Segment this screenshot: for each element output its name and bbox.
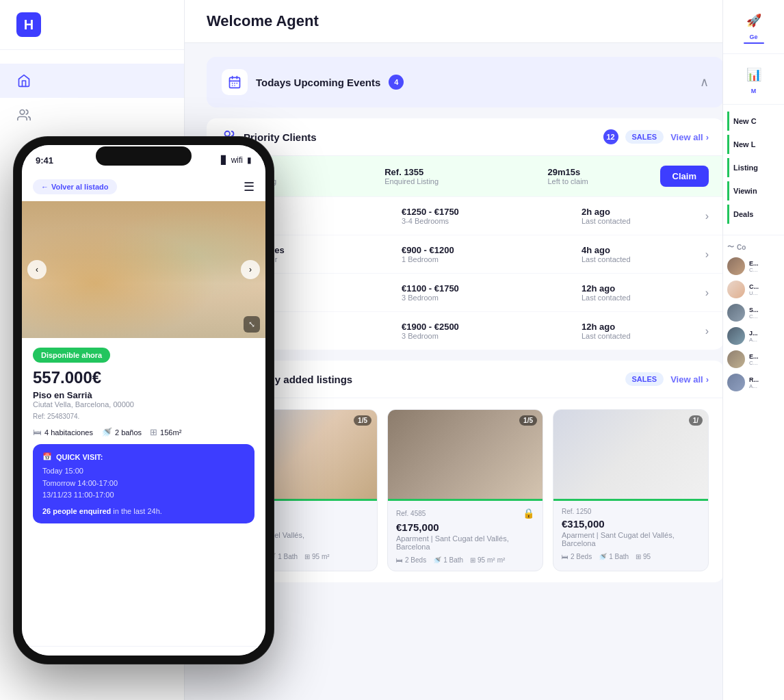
listing-image-counter: 1/ bbox=[689, 415, 703, 426]
menu-icon[interactable]: ☰ bbox=[244, 179, 254, 194]
rp-menu-item-new-l[interactable]: New L bbox=[727, 135, 780, 154]
home-icon bbox=[16, 73, 31, 88]
phone-top-bar: ← Volver al listado ☰ bbox=[22, 175, 265, 201]
descripcion-section: Descripción ∧ Lorem ipsum dolor sit amet… bbox=[22, 646, 265, 656]
sidebar-item-team[interactable] bbox=[0, 98, 184, 132]
contact-avatar bbox=[727, 327, 745, 345]
client-time: 2h ago bbox=[582, 207, 694, 217]
listing-image-counter: 1/5 bbox=[519, 415, 537, 426]
listings-section: Reently added listings SALES View all › … bbox=[207, 361, 724, 582]
listing-card[interactable]: 1/5 Ref. 4585 🔒 €175,000 Aparment | Sant… bbox=[387, 409, 543, 571]
rp-menu-item-deals[interactable]: Deals bbox=[727, 205, 780, 224]
contact-sub: A... bbox=[749, 383, 780, 389]
contact-row[interactable]: C... U... bbox=[727, 281, 780, 298]
bath-item: 🚿 1 Bath bbox=[599, 553, 629, 560]
contacts-title: 〜 Co bbox=[727, 242, 780, 252]
size-item: ⊞ 95 m² m² bbox=[470, 556, 505, 564]
listing-card[interactable]: 1/ Ref. 1250 €315,000 Aparment | Sant Cu… bbox=[553, 409, 709, 571]
beds-feature: 🛏 4 habitaciones bbox=[33, 427, 93, 437]
quick-visit-enquired: 26 people enquired in the last 24h. bbox=[42, 507, 245, 515]
quick-visit-card: 📅 QUICK VISIT: Today 15:00 Tomorrow 14:0… bbox=[33, 444, 254, 523]
signal-icon: ▊ bbox=[221, 155, 227, 165]
priority-clients-view-all-button[interactable]: View all › bbox=[670, 132, 709, 142]
listings-section-title: Reently added listings bbox=[244, 374, 618, 385]
phone-notch bbox=[96, 146, 192, 166]
client-row[interactable]: Bellotti claimed €1250 - €1750 3-4 Bedro… bbox=[207, 197, 724, 235]
rp-menu-item-viewing[interactable]: Viewin bbox=[727, 181, 780, 200]
sidebar-nav bbox=[0, 50, 184, 146]
contact-row[interactable]: E... C... bbox=[727, 257, 780, 275]
property-image: ‹ › ⤡ bbox=[22, 201, 265, 338]
calendar-small-icon: 📅 bbox=[42, 452, 52, 461]
client-ref-col: Ref. 1355 Enquired Listing bbox=[384, 167, 536, 185]
size-icon: ⊞ bbox=[636, 553, 641, 560]
contact-row[interactable]: J... A... bbox=[727, 327, 780, 345]
client-row[interactable]: Rodriguez t qualification €1900 - €2500 … bbox=[207, 312, 724, 350]
logo-icon: H bbox=[16, 12, 41, 37]
property-location: Ciutat Vella, Barcelona, 00000 bbox=[33, 400, 254, 409]
bath-item: 🚿 1 Bath bbox=[433, 556, 463, 564]
contact-row[interactable]: S... C... bbox=[727, 304, 780, 322]
size-icon: ⊞ bbox=[470, 556, 475, 564]
contact-avatar bbox=[727, 281, 745, 298]
client-row[interactable]: Peterson ry on your listing Ref. 1355 En… bbox=[207, 156, 724, 197]
row-arrow-icon: › bbox=[705, 287, 709, 299]
rp-menu-item-listing[interactable]: Listing bbox=[727, 158, 780, 177]
row-arrow-icon: › bbox=[705, 210, 709, 222]
client-row[interactable]: Grazia Dolores cted - no answer €900 - €… bbox=[207, 235, 724, 274]
priority-clients-title: Priority Clients bbox=[244, 131, 597, 143]
claim-button[interactable]: Claim bbox=[660, 166, 709, 187]
rp-tab-chart[interactable]: 📊 M bbox=[727, 64, 780, 94]
contact-info: E... C... bbox=[749, 260, 780, 273]
contact-row[interactable]: R... A... bbox=[727, 374, 780, 391]
client-price-sub: 1 Bedroom bbox=[402, 255, 571, 263]
rp-menu-item-new-c[interactable]: New C bbox=[727, 112, 780, 131]
listing-body: Ref. 1250 €315,000 Aparment | Sant Cugat… bbox=[553, 501, 708, 567]
contact-name: J... bbox=[749, 330, 780, 337]
back-label: Volver al listado bbox=[51, 183, 109, 191]
size-feature: ⊞ 156m² bbox=[150, 427, 181, 437]
contact-sub: C... bbox=[749, 313, 780, 320]
right-panel-top-tabs: 🚀 Ge bbox=[723, 0, 784, 54]
listings-grid: 1/5 00 € Sant Cugat del Vallés, a 🛏 2 Be… bbox=[207, 398, 724, 582]
contact-info: R... A... bbox=[749, 376, 780, 389]
property-ref: Ref: 25483074. bbox=[33, 413, 254, 420]
phone-frame: 9:41 ▊ wifi ▮ ← Volver al listado ☰ ‹ bbox=[14, 137, 274, 664]
listings-view-all-button[interactable]: View all › bbox=[670, 374, 709, 385]
priority-clients-header: Priority Clients 12 SALES View all › bbox=[207, 118, 724, 156]
listing-type: Aparment | Sant Cugat del Vallés, Barcel… bbox=[562, 531, 700, 547]
rp-tab-label: Ge bbox=[749, 34, 757, 40]
listing-ref: Ref. 4585 🔒 bbox=[396, 508, 534, 519]
client-time-col: 4h ago Last contacted bbox=[582, 245, 694, 263]
client-time-col: 29m15s Left to claim bbox=[547, 167, 649, 185]
sidebar-logo: H bbox=[0, 0, 184, 50]
client-price-col: €1900 - €2500 3 Bedroom bbox=[402, 322, 571, 340]
image-nav-left-button[interactable]: ‹ bbox=[27, 260, 47, 279]
listing-body: Ref. 4585 🔒 €175,000 Aparment | Sant Cug… bbox=[388, 501, 543, 571]
rp-tab-rocket[interactable]: 🚀 Ge bbox=[727, 10, 780, 44]
property-name: Piso en Sarrià bbox=[33, 390, 254, 400]
back-button[interactable]: ← Volver al listado bbox=[33, 179, 117, 194]
contact-name: C... bbox=[749, 283, 780, 290]
events-card-left: Todays Upcoming Events 4 bbox=[222, 69, 404, 95]
listings-header: Reently added listings SALES View all › bbox=[207, 361, 724, 398]
fullscreen-button[interactable]: ⤡ bbox=[244, 316, 260, 333]
contact-row[interactable]: E... C... bbox=[727, 350, 780, 368]
events-collapse-button[interactable]: ∧ bbox=[700, 75, 709, 90]
contact-name: E... bbox=[749, 353, 780, 360]
property-price: 557.000€ bbox=[33, 368, 254, 387]
contact-info: J... A... bbox=[749, 330, 780, 343]
client-row[interactable]: Stolinaya ct established €1100 - €1750 3… bbox=[207, 274, 724, 312]
image-nav-right-button[interactable]: › bbox=[241, 260, 260, 279]
activity-icon: 〜 bbox=[727, 242, 734, 252]
rp-chart-label: M bbox=[751, 88, 757, 94]
disponible-badge: Disponible ahora bbox=[33, 348, 110, 363]
contact-avatar bbox=[727, 257, 745, 275]
contact-sub: A... bbox=[749, 337, 780, 343]
bath-icon: 🚿 bbox=[433, 556, 441, 564]
descripcion-title: Descripción bbox=[33, 656, 83, 656]
size-item: ⊞ 95 m² bbox=[304, 553, 330, 560]
chart-icon: 📊 bbox=[743, 64, 765, 86]
client-ref: Ref. 1355 bbox=[384, 167, 536, 177]
sidebar-item-home[interactable] bbox=[0, 64, 184, 98]
